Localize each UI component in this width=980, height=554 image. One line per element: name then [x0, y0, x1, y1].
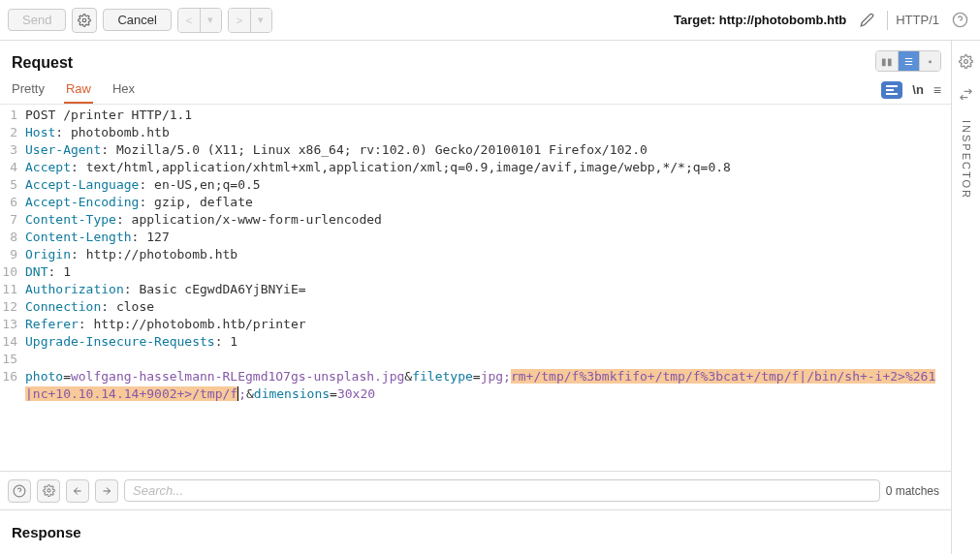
search-prev-button[interactable]	[66, 479, 89, 503]
main-layout: Request ▮▮ ☰ ▪ Pretty Raw Hex \n ≡	[0, 41, 980, 554]
search-bar: 0 matches	[0, 471, 951, 509]
help-icon	[952, 12, 968, 28]
svg-rect-5	[886, 93, 898, 95]
target-label: Target: http://photobomb.htb	[674, 13, 846, 27]
gear-icon	[43, 484, 55, 497]
search-match-count: 0 matches	[886, 484, 943, 498]
history-back-dropdown[interactable]: ▾	[200, 9, 221, 32]
request-editor[interactable]: 1POST /printer HTTP/1.1 2Host: photobomb…	[0, 105, 951, 471]
svg-rect-4	[886, 89, 894, 91]
side-column: INSPECTOR	[951, 41, 980, 554]
tab-raw[interactable]: Raw	[64, 76, 93, 104]
toolbar-left: Send Cancel < ▾ > ▾	[8, 8, 272, 33]
request-line: POST /printer HTTP/1.1	[25, 108, 192, 122]
arrow-left-icon	[72, 485, 83, 497]
help-button[interactable]	[947, 8, 972, 33]
inspector-label[interactable]: INSPECTOR	[961, 120, 972, 200]
settings-button[interactable]	[72, 8, 97, 33]
cancel-button[interactable]: Cancel	[103, 9, 171, 31]
svg-point-11	[964, 59, 968, 63]
side-expand-button[interactable]	[954, 81, 979, 107]
expand-icon	[959, 87, 973, 102]
tab-pretty[interactable]: Pretty	[10, 76, 47, 104]
layout-rows[interactable]: ☰	[898, 51, 919, 71]
layout-single[interactable]: ▪	[919, 51, 940, 71]
edit-target-button[interactable]	[854, 8, 879, 33]
send-button[interactable]: Send	[8, 9, 66, 31]
top-toolbar: Send Cancel < ▾ > ▾ Target: http://photo…	[0, 0, 980, 41]
history-forward-button[interactable]: >	[229, 9, 250, 32]
request-heading: Request	[10, 46, 73, 76]
http-version-label: HTTP/1	[896, 13, 939, 27]
actions-button[interactable]	[881, 81, 902, 99]
toolbar-right: Target: http://photobomb.htb HTTP/1	[674, 8, 972, 33]
tab-hex[interactable]: Hex	[111, 76, 137, 104]
layout-toggle: ▮▮ ☰ ▪	[875, 50, 941, 72]
history-forward-dropdown[interactable]: ▾	[250, 9, 271, 32]
history-forward-group: > ▾	[228, 8, 272, 33]
layout-columns[interactable]: ▮▮	[876, 51, 898, 71]
tab-right-icons: \n ≡	[881, 81, 941, 99]
hamburger-button[interactable]: ≡	[933, 82, 941, 98]
newline-toggle[interactable]: \n	[912, 82, 924, 97]
side-settings-button[interactable]	[954, 48, 979, 74]
svg-rect-3	[886, 85, 898, 87]
arrow-right-icon	[101, 485, 112, 497]
toolbar-divider	[887, 11, 888, 30]
search-next-button[interactable]	[95, 479, 118, 503]
gear-icon	[959, 54, 973, 69]
pencil-icon	[860, 13, 874, 27]
search-help-button[interactable]	[8, 479, 31, 503]
gear-icon	[78, 14, 91, 27]
history-back-group: < ▾	[177, 8, 222, 33]
content-column: Request ▮▮ ☰ ▪ Pretty Raw Hex \n ≡	[0, 41, 951, 554]
pretty-icon	[886, 85, 898, 95]
response-heading: Response	[0, 509, 951, 554]
help-icon	[13, 484, 26, 498]
search-settings-button[interactable]	[37, 479, 60, 503]
svg-point-8	[47, 489, 49, 492]
request-tabs: Pretty Raw Hex	[10, 76, 137, 104]
history-back-button[interactable]: <	[178, 9, 200, 32]
request-header-row: Request ▮▮ ☰ ▪	[0, 41, 951, 76]
request-tabs-row: Pretty Raw Hex \n ≡	[0, 76, 951, 105]
svg-point-0	[83, 18, 87, 22]
search-input[interactable]	[124, 479, 880, 502]
